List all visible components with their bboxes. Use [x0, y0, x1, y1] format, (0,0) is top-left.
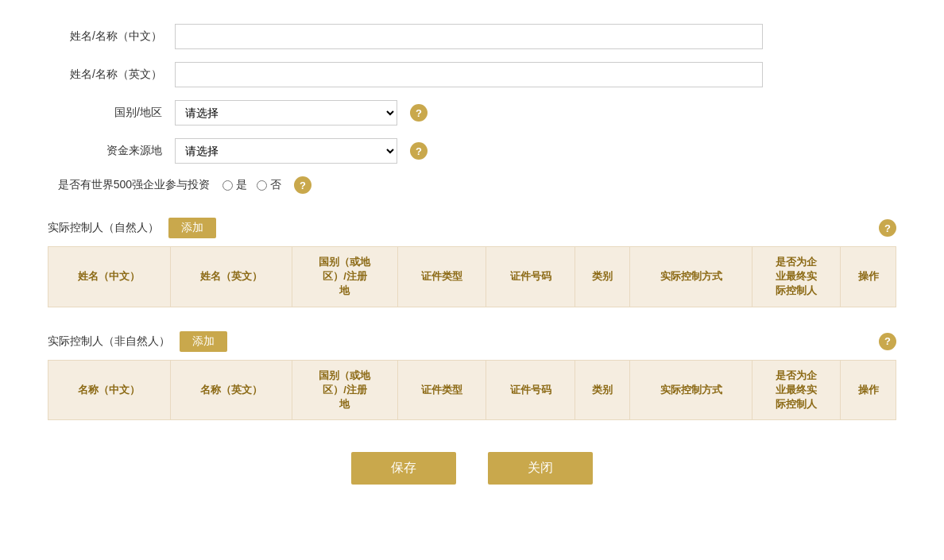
fortune500-yes-radio[interactable]: [222, 180, 233, 191]
non-natural-person-add-button[interactable]: 添加: [180, 331, 227, 352]
fortune500-help-icon[interactable]: ?: [294, 176, 311, 194]
col-name-en: 姓名（英文）: [170, 247, 292, 307]
natural-person-table-header: 姓名（中文） 姓名（英文） 国别（或地区）/注册地 证件类型 证件号码 类别 实…: [48, 247, 896, 307]
col-name-cn-2: 名称（中文）: [48, 360, 171, 420]
fortune500-yes-label[interactable]: 是: [222, 178, 247, 192]
col-cert-no: 证件号码: [486, 247, 575, 307]
fund-source-select[interactable]: 请选择: [175, 138, 397, 164]
col-control-method: 实际控制方式: [630, 247, 752, 307]
col-cert-type-2: 证件类型: [397, 360, 486, 420]
bottom-buttons: 保存 关闭: [48, 452, 896, 485]
country-help-icon[interactable]: ?: [410, 104, 428, 122]
non-natural-person-table: 名称（中文） 名称（英文） 国别（或地区）/注册地 证件类型 证件号码 类别 实…: [48, 360, 896, 421]
close-button[interactable]: 关闭: [488, 452, 593, 485]
col-operation: 操作: [841, 247, 896, 307]
name-cn-input[interactable]: [175, 24, 763, 49]
save-button[interactable]: 保存: [351, 452, 456, 485]
natural-person-help-icon[interactable]: ?: [879, 219, 896, 237]
col-category: 类别: [575, 247, 630, 307]
fortune500-no-label[interactable]: 否: [257, 178, 281, 192]
col-country: 国别（或地区）/注册地: [292, 247, 398, 307]
non-natural-person-title: 实际控制人（非自然人）: [48, 334, 170, 349]
natural-person-title: 实际控制人（自然人）: [48, 221, 159, 235]
fortune500-no-radio[interactable]: [257, 180, 267, 191]
name-en-input[interactable]: [175, 62, 763, 87]
fund-source-label: 资金来源地: [48, 144, 175, 158]
fortune500-no-text: 否: [270, 178, 281, 192]
col-operation-2: 操作: [841, 360, 896, 420]
fund-source-help-icon[interactable]: ?: [410, 142, 428, 160]
col-country-2: 国别（或地区）/注册地: [292, 360, 398, 420]
name-cn-label: 姓名/名称（中文）: [48, 29, 175, 44]
fortune500-yes-text: 是: [236, 178, 247, 192]
col-name-cn: 姓名（中文）: [48, 247, 171, 307]
natural-person-add-button[interactable]: 添加: [168, 218, 216, 238]
name-en-label: 姓名/名称（英文）: [48, 68, 175, 82]
col-category-2: 类别: [575, 360, 630, 420]
natural-person-table: 姓名（中文） 姓名（英文） 国别（或地区）/注册地 证件类型 证件号码 类别 实…: [48, 246, 896, 307]
col-is-final-controller-2: 是否为企业最终实际控制人: [752, 360, 841, 420]
fortune500-label: 是否有世界500强企业参与投资: [48, 178, 222, 192]
non-natural-person-help-icon[interactable]: ?: [879, 333, 896, 350]
col-name-en-2: 名称（英文）: [170, 360, 292, 420]
non-natural-person-table-header: 名称（中文） 名称（英文） 国别（或地区）/注册地 证件类型 证件号码 类别 实…: [48, 360, 896, 420]
col-is-final-controller: 是否为企业最终实际控制人: [752, 247, 841, 307]
country-select[interactable]: 请选择: [175, 100, 397, 126]
col-control-method-2: 实际控制方式: [630, 360, 752, 420]
country-label: 国别/地区: [48, 106, 175, 120]
col-cert-no-2: 证件号码: [486, 360, 575, 420]
non-natural-person-section-header: 实际控制人（非自然人） 添加 ?: [48, 323, 896, 360]
fortune500-radio-group: 是 否: [222, 178, 281, 192]
natural-person-section-header: 实际控制人（自然人） 添加 ?: [48, 210, 896, 246]
col-cert-type: 证件类型: [397, 247, 486, 307]
